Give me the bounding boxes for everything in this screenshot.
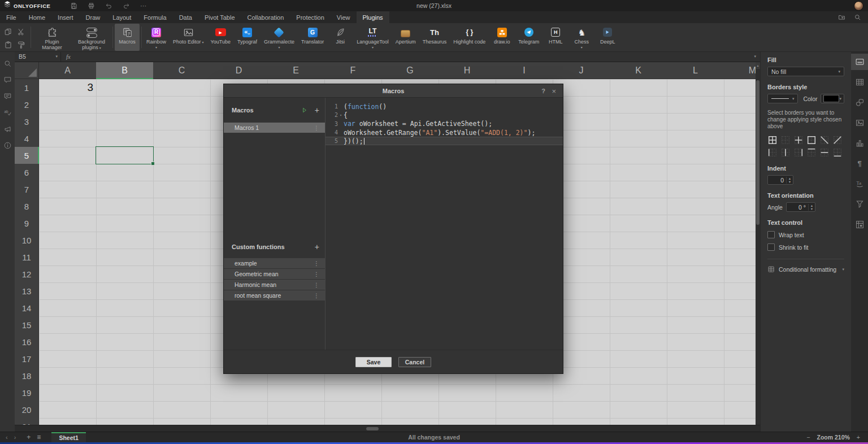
- close-icon[interactable]: ×: [552, 84, 556, 98]
- border-none-button[interactable]: [780, 135, 791, 145]
- column-header-f[interactable]: F: [324, 62, 382, 79]
- row-header-18[interactable]: 18: [15, 367, 39, 385]
- tab-plugins[interactable]: Plugins: [357, 11, 389, 23]
- scroll-up-icon[interactable]: ▴: [756, 62, 760, 69]
- column-header-j[interactable]: J: [553, 62, 610, 79]
- plugin-button-macros[interactable]: Macros: [115, 24, 140, 51]
- insert-function-icon[interactable]: fx: [61, 53, 76, 60]
- plugin-button-photo-editor[interactable]: Photo Editor▾: [170, 24, 207, 51]
- kebab-menu-icon[interactable]: ⋮: [314, 282, 325, 288]
- row-header-20[interactable]: 20: [15, 401, 39, 419]
- custom-function-item-example[interactable]: example⋮: [224, 258, 325, 268]
- angle-stepper[interactable]: 0 ° ▲▼: [786, 202, 815, 212]
- tab-pivot-table[interactable]: Pivot Table: [198, 11, 241, 23]
- plugin-button-deepl[interactable]: DeepL: [595, 24, 620, 51]
- indent-stepper[interactable]: 0 ▲▼: [767, 175, 793, 185]
- fill-select[interactable]: No fill ▾: [767, 67, 844, 76]
- copy-icon[interactable]: [4, 28, 12, 36]
- panel-tab-slicer[interactable]: [851, 196, 868, 212]
- stepper-arrows-icon[interactable]: ▲▼: [808, 204, 815, 211]
- wrap-text-checkbox[interactable]: [767, 231, 775, 238]
- tab-view[interactable]: View: [331, 11, 357, 23]
- row-header-11[interactable]: 11: [15, 249, 39, 266]
- column-header-b[interactable]: B: [96, 62, 154, 79]
- plugin-button-jitsi[interactable]: Jitsi: [328, 24, 353, 51]
- vertical-scrollbar[interactable]: ▴: [756, 62, 760, 425]
- shrink-to-fit-option[interactable]: Shrink to fit: [767, 243, 844, 251]
- cancel-button[interactable]: Cancel: [398, 357, 431, 367]
- panel-tab-shape-settings[interactable]: [851, 94, 868, 111]
- panel-tab-paragraph-settings[interactable]: ¶: [851, 155, 868, 172]
- macro-code-editor[interactable]: 1(function()2▾{3var oWorksheet = Api.Get…: [326, 98, 563, 350]
- search-icon[interactable]: [3, 59, 12, 68]
- row-header-7[interactable]: 7: [15, 181, 39, 198]
- select-all-corner[interactable]: [15, 62, 39, 79]
- row-header-13[interactable]: 13: [15, 282, 39, 300]
- format-painter-icon[interactable]: [17, 41, 25, 49]
- plugin-button-chess[interactable]: ♞Chess▾: [569, 24, 594, 51]
- chat-icon[interactable]: [3, 92, 12, 101]
- selected-cell-b5[interactable]: [96, 146, 154, 164]
- add-macro-icon[interactable]: +: [315, 107, 319, 114]
- custom-function-item-harmonic-mean[interactable]: Harmonic mean⋮: [224, 280, 325, 290]
- tab-formula[interactable]: Formula: [137, 11, 172, 23]
- tab-collaboration[interactable]: Collaboration: [241, 11, 290, 23]
- border-bottom-button[interactable]: [832, 147, 843, 158]
- plugin-button-highlight-code[interactable]: { }Highlight code: [450, 24, 488, 51]
- horizontal-scrollbar[interactable]: [15, 425, 760, 432]
- border-outer-button[interactable]: [806, 135, 817, 145]
- about-icon[interactable]: [3, 141, 12, 150]
- kebab-menu-icon[interactable]: ⋮: [314, 260, 325, 267]
- sheet-nav-prev-icon[interactable]: ‹: [6, 434, 8, 441]
- user-avatar[interactable]: [854, 1, 863, 11]
- row-header-8[interactable]: 8: [15, 198, 39, 215]
- plugin-button-apertium[interactable]: Apertium: [393, 24, 419, 51]
- tab-home[interactable]: Home: [23, 11, 51, 23]
- vertical-scrollbar-thumb[interactable]: [756, 80, 760, 225]
- undo-icon[interactable]: [105, 2, 112, 10]
- row-header-19[interactable]: 19: [15, 384, 39, 402]
- tab-insert[interactable]: Insert: [51, 11, 80, 23]
- redo-icon[interactable]: [122, 2, 130, 10]
- border-color-select[interactable]: ▾: [821, 94, 844, 103]
- border-top-button[interactable]: [806, 147, 817, 158]
- save-button[interactable]: Save: [355, 357, 392, 367]
- paste-icon[interactable]: [4, 41, 12, 49]
- panel-tab-image-settings[interactable]: [851, 115, 868, 131]
- border-line-style-select[interactable]: ▾: [767, 94, 798, 103]
- kebab-menu-icon[interactable]: ⋮: [314, 271, 325, 277]
- row-header-21[interactable]: 21: [15, 418, 39, 425]
- row-header-14[interactable]: 14: [15, 299, 39, 317]
- column-header-k[interactable]: K: [610, 62, 667, 79]
- column-header-i[interactable]: I: [496, 62, 553, 79]
- plugin-button-html[interactable]: HHTML: [543, 24, 568, 51]
- plugin-button-typograf[interactable]: «,,Typograf: [235, 24, 260, 51]
- row-header-17[interactable]: 17: [15, 350, 39, 368]
- add-custom-function-icon[interactable]: +: [315, 243, 319, 250]
- horizontal-scrollbar-thumb[interactable]: [366, 427, 379, 430]
- chevron-down-icon[interactable]: ▾: [55, 54, 58, 59]
- cut-icon[interactable]: [17, 28, 25, 36]
- zoom-in-icon[interactable]: +: [857, 434, 860, 441]
- plugin-button-grammalecte[interactable]: Grammalecte▾: [261, 24, 297, 51]
- border-inside-vert-button[interactable]: [780, 147, 791, 158]
- tab-protection[interactable]: Protection: [290, 11, 331, 23]
- column-header-e[interactable]: E: [267, 62, 325, 79]
- plugin-button-thesaurus[interactable]: ThThesaurus: [420, 24, 450, 51]
- add-sheet-icon[interactable]: +: [27, 433, 31, 441]
- panel-tab-chart-settings[interactable]: [851, 135, 868, 151]
- row-header-1[interactable]: 1: [15, 79, 39, 97]
- column-header-l[interactable]: L: [667, 62, 724, 79]
- row-header-6[interactable]: 6: [15, 164, 39, 181]
- help-icon[interactable]: ?: [541, 84, 545, 98]
- plugin-button-rainbow[interactable]: RRainbow▾: [144, 24, 169, 51]
- search-icon[interactable]: [853, 14, 861, 21]
- fold-marker-icon[interactable]: ▾: [338, 113, 344, 117]
- code-line-1[interactable]: 1(function(): [326, 102, 563, 111]
- macro-list-item-macros-1[interactable]: Macros 1⋮: [224, 123, 325, 133]
- code-line-5[interactable]: 5})();: [326, 137, 563, 145]
- wrap-text-option[interactable]: Wrap text: [767, 231, 844, 238]
- formula-bar-collapse-icon[interactable]: ▾: [754, 54, 760, 59]
- code-line-4[interactable]: 4oWorksheet.GetRange("A1").SetValue("=AD…: [326, 128, 563, 137]
- column-header-d[interactable]: D: [210, 62, 268, 79]
